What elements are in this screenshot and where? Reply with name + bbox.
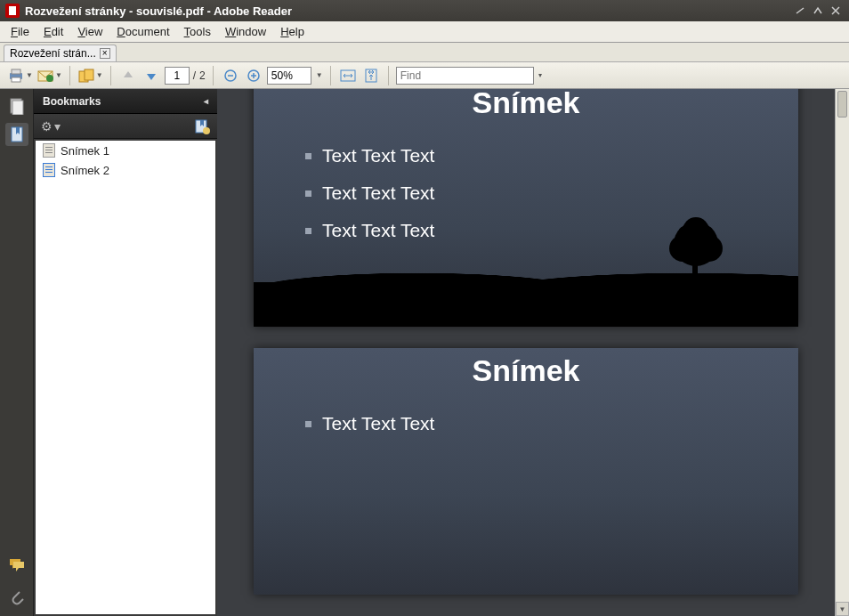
document-tab-label: Rozvežení strán... <box>10 47 96 60</box>
svg-point-18 <box>203 127 210 134</box>
dropdown-arrow-icon[interactable]: ▼ <box>316 71 323 79</box>
svg-rect-6 <box>85 69 93 80</box>
slide-title: Snímek <box>254 348 798 388</box>
gear-icon: ⚙ <box>41 119 53 134</box>
prev-page-button[interactable] <box>118 66 138 85</box>
slide-bullets: Text Text Text <box>254 388 798 434</box>
svg-point-4 <box>46 75 53 82</box>
pages-icon <box>77 68 95 84</box>
fit-width-button[interactable] <box>338 66 358 85</box>
zoom-in-button[interactable] <box>244 66 263 85</box>
fit-page-icon <box>363 69 379 83</box>
slide-title: Snímek <box>254 89 798 120</box>
bookmarks-header: Bookmarks ◂ <box>34 89 217 114</box>
svg-rect-2 <box>12 77 20 82</box>
adobe-reader-icon <box>5 4 20 18</box>
dropdown-arrow-icon: ▼ <box>26 71 33 79</box>
pages-panel-button[interactable] <box>5 94 28 118</box>
collapse-panel-icon[interactable]: ◂ <box>204 96 208 106</box>
toolbar-separator <box>388 66 389 85</box>
printer-icon <box>7 68 25 84</box>
maximize-button[interactable] <box>810 3 826 19</box>
bookmark-label: Snímek 1 <box>61 144 109 158</box>
new-bookmark-button[interactable] <box>194 118 210 134</box>
bookmark-icon <box>9 126 25 143</box>
minus-circle-icon <box>223 69 238 83</box>
zoom-out-button[interactable] <box>221 66 240 85</box>
page-total: 2 <box>199 69 206 82</box>
fit-page-button[interactable] <box>361 66 381 85</box>
vertical-scrollbar[interactable]: ▼ <box>835 89 849 616</box>
document-view[interactable]: Snímek Text Text Text Text Text Text Tex… <box>217 89 835 616</box>
bookmark-page-icon <box>43 163 55 177</box>
menubar: File Edit View Document Tools Window Hel… <box>0 21 849 43</box>
scrollbar-thumb[interactable] <box>837 91 847 118</box>
zoom-input[interactable] <box>267 67 311 85</box>
paperclip-icon <box>9 588 25 606</box>
dropdown-arrow-icon: ▼ <box>96 71 103 79</box>
email-button[interactable]: ▼ <box>36 66 62 85</box>
plus-circle-icon <box>247 69 261 83</box>
close-tab-icon[interactable]: × <box>100 48 110 59</box>
menu-edit[interactable]: Edit <box>36 23 70 40</box>
bookmarks-options-button[interactable]: ⚙ ▾ <box>41 119 61 134</box>
navigation-strip <box>0 89 34 616</box>
print-button[interactable]: ▼ <box>7 66 33 85</box>
document-view-container: Snímek Text Text Text Text Text Text Tex… <box>217 89 849 616</box>
bookmarks-toolbar: ⚙ ▾ <box>34 114 217 139</box>
menu-help[interactable]: Help <box>273 23 311 40</box>
speech-bubble-icon <box>8 557 26 573</box>
close-button[interactable] <box>828 3 844 19</box>
document-tab-bar: Rozvežení strán... × <box>0 43 849 62</box>
minimize-button[interactable] <box>792 3 808 19</box>
bookmarks-list: Snímek 1 Snímek 2 <box>36 141 215 614</box>
menu-file[interactable]: File <box>4 23 36 40</box>
arrow-up-icon <box>121 69 135 83</box>
bookmarks-panel: Bookmarks ◂ ⚙ ▾ Snímek 1 Snímek 2 <box>34 89 217 616</box>
bookmark-label: Snímek 2 <box>61 164 109 177</box>
bookmark-item[interactable]: Snímek 2 <box>36 160 215 180</box>
toolbar-separator <box>69 66 70 85</box>
scroll-down-button[interactable]: ▼ <box>836 602 849 616</box>
toolbar-separator <box>330 66 331 85</box>
bookmark-page-icon <box>43 143 55 158</box>
toolbar: ▼ ▼ ▼ / 2 ▼ ▾ <box>0 62 849 89</box>
page-thumbnails-icon <box>9 97 25 115</box>
fit-width-icon <box>340 69 356 83</box>
menu-tools[interactable]: Tools <box>177 23 218 40</box>
decorative-tree <box>647 204 745 293</box>
toolbar-separator <box>213 66 214 85</box>
bookmark-item[interactable]: Snímek 1 <box>36 141 215 160</box>
window-title: Rozvežení stránky - souvislé.pdf - Adobe… <box>25 4 790 18</box>
dropdown-arrow-icon: ▾ <box>54 119 61 134</box>
pdf-page: Snímek Text Text Text Text Text Text Tex… <box>254 89 798 327</box>
slide-bullet: Text Text Text <box>305 145 798 166</box>
new-bookmark-icon <box>194 118 210 134</box>
window-titlebar: Rozvežení stránky - souvislé.pdf - Adobe… <box>0 0 849 21</box>
dropdown-arrow-icon[interactable]: ▾ <box>538 71 542 79</box>
envelope-icon <box>36 69 54 83</box>
page-separator: / <box>193 69 196 82</box>
arrow-down-icon <box>144 69 158 83</box>
slide-bullet: Text Text Text <box>305 182 798 204</box>
page-number-input[interactable] <box>165 67 190 85</box>
find-input[interactable] <box>396 67 534 85</box>
svg-rect-1 <box>12 69 20 74</box>
next-page-button[interactable] <box>142 66 161 85</box>
pdf-page: Snímek Text Text Text <box>254 348 798 595</box>
toolbar-separator <box>110 66 111 85</box>
menu-document[interactable]: Document <box>109 23 176 40</box>
dropdown-arrow-icon: ▼ <box>55 71 62 79</box>
svg-rect-15 <box>12 101 23 115</box>
attachments-panel-button[interactable] <box>5 586 28 609</box>
menu-window[interactable]: Window <box>218 23 273 40</box>
bookmarks-header-label: Bookmarks <box>43 95 101 108</box>
comments-panel-button[interactable] <box>5 554 28 577</box>
bookmarks-panel-button[interactable] <box>5 123 28 146</box>
collaborate-button[interactable]: ▼ <box>77 66 103 85</box>
menu-view[interactable]: View <box>70 23 109 40</box>
slide-bullet: Text Text Text <box>305 413 798 434</box>
document-tab[interactable]: Rozvežení strán... × <box>4 45 117 61</box>
